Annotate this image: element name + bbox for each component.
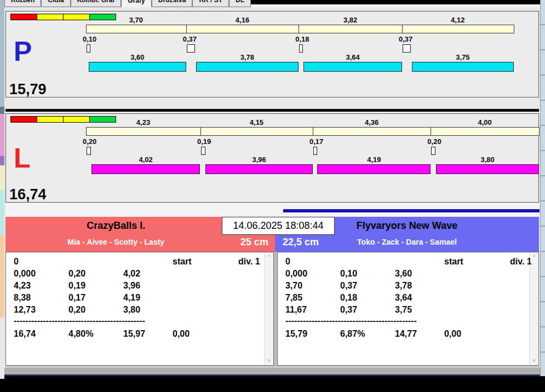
- table-cell: 7,85: [285, 293, 302, 303]
- table-total-cell: 16,74: [14, 329, 36, 339]
- lane-chart: 3,700,103,604,160,373,783,820,183,644,12…: [6, 11, 538, 97]
- split-bar: [86, 127, 201, 136]
- table-scrollbar[interactable]: ^ v: [529, 252, 538, 365]
- split-time-label: 4,36: [313, 118, 431, 126]
- changeover-box: [431, 147, 435, 155]
- screen: { "tabs": { "items": [ {"label": "Rozběh…: [0, 0, 545, 392]
- table-cell: 3,75: [395, 305, 412, 315]
- table-cell: 3,96: [123, 281, 140, 291]
- progress-strip: [5, 203, 539, 217]
- split-time-label: 3,82: [299, 16, 402, 24]
- changeover-time-label: 0,37: [183, 35, 197, 43]
- timestamp: 14.06.2025 18:08:44: [222, 217, 335, 235]
- split-bar: [402, 25, 514, 33]
- table-cell: 0,20: [68, 269, 85, 279]
- table-header-zero: 0: [285, 257, 290, 267]
- table-cell: 11,67: [285, 305, 307, 315]
- table-cell: 3,80: [123, 305, 140, 315]
- progress-bar: [283, 209, 540, 212]
- table-cell: 8,38: [14, 293, 31, 303]
- table-cell: 0,37: [340, 281, 357, 291]
- run-time-label: 3,75: [412, 53, 513, 61]
- results-table-left: ^ v 0startdiv. 10,0000,204,024,230,193,9…: [5, 252, 274, 366]
- tab-rr-st[interactable]: RR / ST: [192, 0, 229, 7]
- changeover-time-label: 0,18: [295, 35, 309, 43]
- changeover-time-label: 0,37: [399, 35, 412, 43]
- split-time-label: 4,00: [431, 118, 539, 126]
- lane-chart: 4,230,204,024,150,193,964,360,174,194,00…: [6, 114, 538, 202]
- teams-section: CrazyBalls I. Mia - Aivee - Scotty - Las…: [5, 217, 539, 367]
- table-cell: 0,18: [340, 293, 357, 303]
- split-bar: [200, 127, 313, 136]
- changeover-box: [313, 147, 317, 155]
- tab-kombi-graf[interactable]: Kombi. Graf: [71, 0, 122, 7]
- window-bottom-strip: [4, 367, 540, 376]
- tab--idla[interactable]: Čidla: [41, 0, 70, 7]
- results-table-right: ^ v 0startdiv. 10,0000,103,603,700,373,7…: [277, 252, 539, 366]
- scroll-up-icon[interactable]: ^: [265, 253, 273, 261]
- table-cell: 12,73: [14, 305, 36, 315]
- table-separator: ----------------------------------------…: [14, 316, 145, 326]
- table-cell: 0,17: [68, 293, 85, 303]
- tab-grafy[interactable]: Grafy: [121, 0, 151, 7]
- flyball-timing-window: RozběhČidlaKombi. GrafGrafyDružstvaRR / …: [4, 0, 540, 376]
- changeover-time-label: 0,20: [427, 137, 441, 146]
- split-bar: [186, 25, 300, 33]
- run-bar: [89, 62, 186, 72]
- tab-bar: RozběhČidlaKombi. GrafGrafyDružstvaRR / …: [4, 0, 540, 7]
- changeover-box: [403, 44, 411, 53]
- table-cell: 3,60: [395, 269, 412, 279]
- table-cell: 4,23: [14, 281, 31, 291]
- jump-height: 25 cm: [240, 234, 268, 250]
- run-bar: [91, 164, 200, 174]
- table-scrollbar[interactable]: ^ v: [264, 252, 273, 365]
- table-header-start: start: [173, 257, 192, 267]
- table-cell: 0,000: [285, 269, 307, 279]
- table-total-cell: 15,79: [285, 329, 307, 339]
- tab-rozb-h[interactable]: Rozběh: [4, 0, 41, 7]
- table-header-division: div. 1: [238, 257, 260, 267]
- tab-dru-stva[interactable]: Družstva: [152, 0, 193, 7]
- table-total-cell: 15,97: [123, 329, 145, 339]
- split-time-label: 4,15: [200, 118, 313, 126]
- table-cell: 3,64: [395, 293, 412, 303]
- table-header-start: start: [444, 257, 463, 267]
- scroll-down-icon[interactable]: v: [265, 357, 273, 364]
- table-separator: ----------------------------------------…: [285, 316, 417, 326]
- table-cell: 0,000: [14, 269, 36, 279]
- table-total-cell: 0,00: [173, 329, 190, 339]
- table-cell: 3,78: [395, 281, 412, 291]
- split-time-label: 4,12: [402, 16, 514, 24]
- split-time-label: 4,23: [86, 118, 200, 126]
- lane-total-time: 15,79: [9, 82, 47, 97]
- split-bar: [431, 127, 540, 136]
- run-bar: [303, 62, 402, 72]
- scroll-down-icon[interactable]: v: [530, 357, 538, 364]
- table-cell: 0,10: [340, 269, 357, 279]
- run-time-label: 3,78: [196, 53, 299, 61]
- changeover-time-label: 0,20: [83, 137, 96, 146]
- run-bar: [196, 62, 299, 72]
- tab-dl[interactable]: DL: [229, 0, 251, 7]
- team-dogs: Mia - Aivee - Scotty - Lasty: [5, 234, 226, 250]
- table-header-zero: 0: [14, 257, 19, 267]
- run-bar: [205, 164, 313, 174]
- run-time-label: 3,64: [303, 53, 402, 61]
- changeover-box: [299, 44, 303, 53]
- changeover-box: [187, 44, 195, 53]
- run-bar: [412, 62, 513, 72]
- run-bar: [436, 164, 539, 174]
- lane-panel-right: P 3,700,103,604,160,373,783,820,183,644,…: [5, 11, 539, 97]
- background-window-left-strip: [0, 0, 4, 379]
- split-bar: [299, 25, 403, 33]
- team-name: CrazyBalls I.: [5, 217, 226, 235]
- table-cell: 0,19: [68, 281, 85, 291]
- split-bar: [313, 127, 431, 136]
- changeover-box: [201, 147, 205, 155]
- table-cell: 3,70: [285, 281, 302, 291]
- table-total-cell: 4,80%: [68, 329, 93, 339]
- table-cell: 0,37: [340, 305, 357, 315]
- lane-total-time: 16,74: [9, 187, 47, 202]
- table-total-cell: 0,00: [444, 329, 461, 339]
- changeover-time-label: 0,17: [309, 137, 323, 146]
